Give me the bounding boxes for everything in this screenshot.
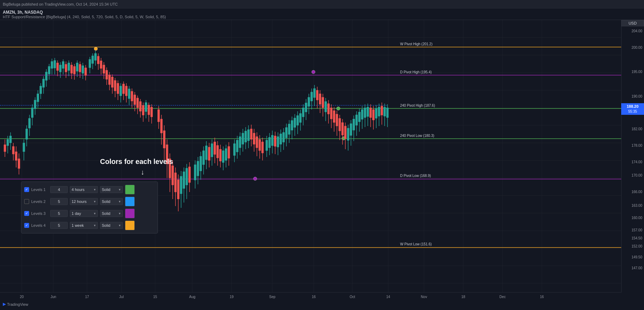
timeframe-dropdown-levels4[interactable]: 1 week▼: [70, 222, 98, 229]
svg-rect-55: [18, 159, 20, 169]
svg-rect-132: [128, 89, 130, 99]
svg-rect-194: [222, 151, 224, 163]
svg-rect-238: [288, 124, 290, 134]
svg-rect-97: [79, 64, 81, 72]
checkbox-levels4[interactable]: [24, 223, 29, 228]
svg-rect-184: [208, 147, 210, 160]
svg-rect-77: [51, 61, 53, 68]
svg-rect-216: [256, 137, 258, 148]
timeframe-dropdown-levels1[interactable]: 4 hours▼: [70, 186, 98, 193]
svg-rect-200: [233, 144, 235, 156]
settings-row-levels1: Levels 144 hours▼Solid▼: [24, 185, 155, 194]
usd-button[interactable]: USD: [621, 20, 644, 26]
svg-rect-220: [261, 142, 264, 153]
checkbox-levels1[interactable]: [24, 187, 29, 192]
svg-rect-164: [177, 180, 179, 199]
svg-rect-142: [142, 105, 144, 115]
style-dropdown-levels1[interactable]: Solid▼: [100, 186, 123, 193]
svg-rect-236: [285, 127, 287, 138]
svg-rect-65: [34, 100, 36, 109]
svg-rect-158: [169, 159, 171, 178]
svg-rect-150: [158, 110, 160, 122]
svg-point-108: [94, 47, 98, 51]
color-swatch-levels2[interactable]: [125, 197, 135, 206]
number-input-levels4[interactable]: 5: [50, 222, 68, 229]
price-149: 149.50: [631, 255, 642, 259]
price-174: 174.00: [631, 160, 642, 164]
svg-rect-210: [247, 130, 250, 141]
price-166: 166.00: [631, 190, 642, 193]
svg-text:Sep: Sep: [269, 295, 275, 299]
svg-rect-294: [361, 110, 363, 119]
svg-rect-298: [367, 107, 369, 117]
svg-rect-182: [205, 146, 207, 160]
svg-rect-99: [82, 66, 84, 73]
svg-rect-188: [214, 142, 216, 154]
svg-rect-234: [283, 132, 285, 142]
svg-rect-144: [145, 103, 147, 112]
svg-text:17: 17: [85, 295, 89, 299]
svg-rect-126: [120, 86, 122, 96]
svg-rect-248: [299, 113, 301, 123]
svg-rect-282: [344, 126, 346, 139]
label-levels1: Levels 1: [31, 187, 48, 192]
svg-rect-136: [134, 95, 136, 105]
svg-rect-178: [200, 156, 202, 171]
svg-rect-284: [347, 128, 349, 140]
checkbox-levels2[interactable]: [24, 199, 29, 204]
svg-rect-67: [37, 94, 39, 102]
number-input-levels3[interactable]: 5: [50, 210, 68, 217]
svg-rect-95: [76, 63, 78, 71]
svg-rect-230: [277, 137, 279, 147]
svg-rect-262: [319, 94, 321, 104]
style-dropdown-levels2[interactable]: Solid▼: [100, 198, 123, 205]
color-swatch-levels1[interactable]: [125, 185, 135, 194]
svg-rect-120: [111, 77, 113, 87]
svg-rect-116: [106, 70, 108, 79]
checkbox-levels3[interactable]: [24, 211, 29, 216]
svg-rect-304: [375, 108, 377, 118]
svg-rect-176: [197, 161, 199, 176]
svg-rect-240: [291, 120, 293, 130]
svg-text:19: 19: [230, 295, 234, 299]
svg-point-245: [253, 177, 257, 180]
svg-rect-214: [253, 133, 255, 144]
svg-rect-232: [280, 134, 282, 144]
price-200: 200.00: [631, 45, 642, 49]
svg-rect-89: [68, 63, 70, 71]
top-bar-text: BigBeluga published on TradingView.com, …: [3, 2, 118, 6]
number-input-levels2[interactable]: 5: [50, 198, 68, 205]
svg-text:14: 14: [386, 295, 390, 299]
svg-rect-49: [9, 136, 12, 143]
indicator-line: HTF Support/Resistance [BigBeluga] (4, 2…: [3, 15, 641, 19]
color-swatch-levels4[interactable]: [125, 220, 135, 230]
style-dropdown-levels4[interactable]: Solid▼: [100, 222, 123, 229]
svg-rect-202: [236, 140, 238, 152]
number-input-levels1[interactable]: 4: [50, 186, 68, 193]
symbol-line: AMZN, 3h, NASDAQ: [3, 10, 641, 15]
svg-rect-124: [117, 83, 119, 94]
color-swatch-levels3[interactable]: [125, 209, 135, 218]
svg-text:Oct: Oct: [350, 295, 355, 299]
svg-rect-224: [268, 137, 271, 148]
svg-rect-266: [322, 97, 324, 108]
svg-rect-242: [294, 118, 296, 127]
svg-text:D Pivot High (195.4): D Pivot High (195.4): [400, 70, 432, 74]
settings-row-levels4: Levels 451 week▼Solid▼: [24, 220, 155, 230]
timeframe-dropdown-levels2[interactable]: 12 hours▼: [70, 198, 98, 205]
svg-rect-256: [311, 92, 313, 101]
style-dropdown-levels3[interactable]: Solid▼: [100, 210, 123, 217]
svg-rect-292: [358, 112, 360, 122]
price-163: 163.00: [631, 203, 642, 207]
price-axis: USD 204.00 200.00 195.00 190.00 182.00 1…: [621, 20, 644, 292]
svg-rect-160: [172, 166, 174, 185]
svg-rect-312: [386, 108, 389, 118]
svg-rect-172: [188, 167, 191, 183]
svg-rect-228: [274, 136, 276, 146]
svg-rect-302: [372, 110, 374, 120]
svg-rect-146: [148, 105, 150, 115]
svg-rect-105: [92, 56, 94, 64]
svg-rect-122: [114, 80, 116, 91]
timeframe-dropdown-levels3[interactable]: 1 day▼: [70, 210, 98, 217]
svg-rect-170: [186, 168, 188, 185]
